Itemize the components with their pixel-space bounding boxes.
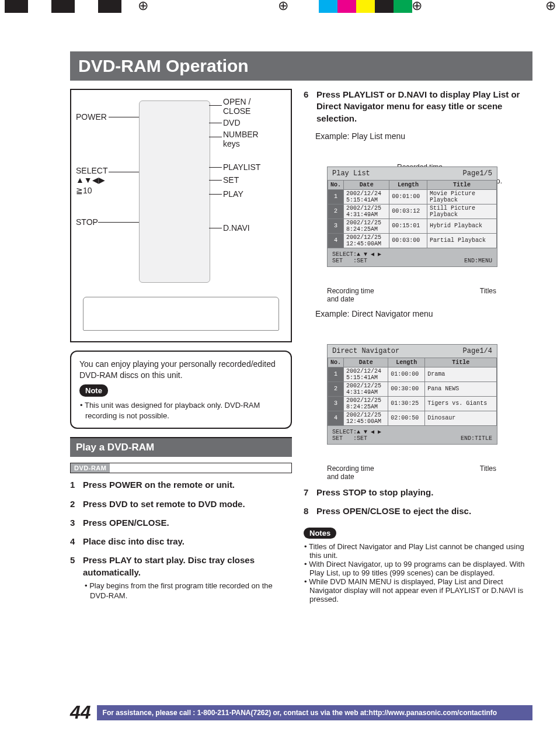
label-set: SET [223,175,239,185]
steps-right-6: 6Press PLAYLIST or D.NAVI to display Pla… [304,89,525,124]
page-title: DVD-RAM Operation [70,51,532,81]
label-dnavi: D.NAVI [223,223,250,233]
dnav-osd-wrap: Program No. Recorded time length Page No… [327,344,525,481]
label-playlist: PLAYLIST [223,162,260,172]
note-intro: You can enjoy playing your personally re… [79,359,283,381]
label-number: NUMBER keys [223,130,259,148]
steps-right-78: 7Press STOP to stop playing. 8Press OPEN… [304,487,525,518]
registration-swatches: ⊕⊕⊕⊕ [0,0,557,16]
note-text: This unit was designed for playback only… [85,400,283,421]
assist-bar: For assistance, please call : 1-800-211-… [97,705,532,720]
note-box: You can enjoy playing your personally re… [70,351,292,429]
page-number: 44 [70,702,91,723]
label-ge10: ≧10 [76,186,92,195]
disc-tag: DVD-RAM [71,463,110,473]
playlist-osd-wrap: Play List No. Recorded time length Page … [327,167,525,303]
disc-tag-row: DVD-RAM [70,463,292,473]
dnav-osd: Direct NavigatorPage1/4 No.DateLengthTit… [327,344,497,445]
step5-sub: Play begins from the first program title… [83,581,292,601]
label-play: PLAY [223,189,243,199]
notes-pill: Notes [304,528,336,539]
label-select: SELECT [76,166,107,175]
label-dvd: DVD [223,118,241,127]
playlist-example: Example: Play List menu [315,131,525,141]
dnav-example: Example: Direct Navigator menu [315,309,525,318]
note-pill: Note [79,384,108,397]
steps-left: 1Press POWER on the remote or unit. 2Pre… [70,479,292,601]
remote-diagram: POWER SELECT ▲▼◀▶ ≧10 STOP OPEN / CLOSE … [70,89,292,342]
label-select-arrows: ▲▼◀▶ [76,175,105,185]
label-power: POWER [76,112,107,122]
section-title: Play a DVD-RAM [70,437,292,457]
playlist-osd: Play ListPage1/5 No.DateLengthTitle 1200… [327,167,497,267]
label-open-close: OPEN / CLOSE [223,97,250,116]
label-stop: STOP [76,217,98,227]
notes-list: Titles of Direct Navigator and Play List… [304,542,525,604]
